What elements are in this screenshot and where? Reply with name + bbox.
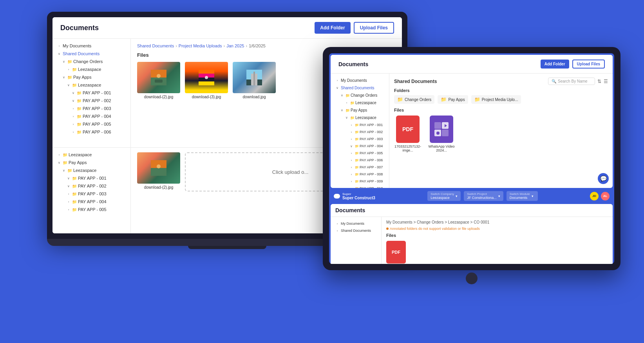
sidebar-item-pay-app-005[interactable]: › 📁 PAY APP - 005 — [52, 120, 130, 128]
tablet-home-button[interactable] — [466, 273, 478, 284]
tablet-search-bar[interactable]: 🔍 Search By Name — [548, 78, 595, 85]
user-avatar-1[interactable]: JD — [590, 192, 599, 200]
sidebar-label: PAY APP - 004 — [83, 114, 111, 119]
folder-icon: 📁 — [72, 200, 77, 204]
tablet-pay-001[interactable]: › 📁 PAY APP - 001 — [331, 121, 389, 128]
overlay-pay-002[interactable]: ∨ 📁 PAY APP - 002 — [52, 182, 130, 190]
file-thumb-3[interactable]: download.jpg — [233, 62, 276, 99]
tablet-pay-010[interactable]: › 📁 PAY APP - 010 — [331, 185, 389, 188]
tablet-panel-bottom: Documents › My Documents › Shared Docume… — [331, 204, 613, 264]
folder-card-pay-apps[interactable]: 📁 Pay Apps — [438, 95, 468, 104]
sidebar-item-pay-app-006[interactable]: › 📁 PAY APP - 006 — [52, 128, 130, 136]
file-name-3: download.jpg — [233, 95, 276, 99]
overlay-pay-001[interactable]: ∨ 📁 PAY APP - 001 — [52, 174, 130, 182]
tablet-sidebar-change-orders[interactable]: ∨ 📁 Change Orders — [331, 92, 389, 99]
tablet-file-video[interactable]: WhatsApp Video 2024... — [428, 116, 455, 152]
tablet-pay-006[interactable]: › 📁 PAY APP - 006 — [331, 157, 389, 164]
tablet-sidebar-my-docs[interactable]: › My Documents — [331, 77, 389, 84]
file-image-3 — [233, 62, 276, 93]
bottom-file-pdf[interactable]: PDF — [386, 241, 406, 264]
nav-switch-project[interactable]: Switch Project JF Constructiona... ▾ — [464, 191, 503, 201]
overlay-sidebar-leezaspace[interactable]: › 📁 Leezaspace — [52, 151, 130, 159]
sidebar-label: PAY APP - 005 — [83, 122, 111, 126]
file-name-1: download-(2).jpg — [137, 95, 180, 99]
sidebar-item-pay-app-002[interactable]: ∨ 📁 PAY APP - 002 — [52, 97, 130, 105]
bottom-sidebar-shared-docs[interactable]: › Shared Documents — [331, 227, 381, 234]
folder-icon: 📁 — [355, 137, 359, 141]
file-image-1 — [137, 62, 180, 93]
overlay-pay-004[interactable]: › 📁 PAY APP - 004 — [52, 198, 130, 206]
sidebar-label: Pay Apps — [73, 75, 91, 79]
svg-rect-4 — [199, 70, 214, 74]
laptop-upload-files-button[interactable]: Upload Files — [354, 22, 394, 34]
tablet-pay-009[interactable]: › 📁 PAY APP - 009 — [331, 178, 389, 185]
tablet-pay-002[interactable]: › 📁 PAY APP - 002 — [331, 128, 389, 135]
sidebar-item-pay-app-003[interactable]: › 📁 PAY APP - 003 — [52, 105, 130, 112]
tablet-screen: Documents Add Folder Upload Files › My D… — [329, 53, 614, 264]
tablet-upload-files-button[interactable]: Upload Files — [572, 60, 605, 69]
chevron-right-icon: › — [349, 123, 353, 127]
pdf-label: PDF — [392, 250, 400, 255]
tablet-pay-004[interactable]: ∨ 📁 PAY APP - 004 — [331, 143, 389, 150]
sidebar-label: PAY APP - 007 — [360, 165, 383, 169]
tablet-sidebar-shared-docs[interactable]: ∨ Shared Documents — [331, 84, 389, 92]
sidebar-item-leezaspace-1[interactable]: › 📁 Leezaspace — [52, 65, 130, 73]
overlay-sidebar-leezaspace-2[interactable]: ∨ 📁 Leezaspace — [52, 166, 130, 174]
tablet-search-area: 🔍 Search By Name ⇅ ☰ — [548, 78, 608, 85]
sidebar-label: Change Orders — [351, 93, 377, 97]
sidebar-item-leezaspace-2[interactable]: ∨ 📁 Leezaspace — [52, 81, 130, 89]
user-avatar-2[interactable]: AL — [601, 192, 610, 200]
tablet-sidebar-leezaspace-1[interactable]: › 📁 Leezaspace — [331, 99, 389, 107]
folder-icon: 📁 — [350, 116, 355, 120]
chevron-right-icon: › — [349, 130, 353, 134]
chevron-down-icon: ∨ — [62, 168, 66, 172]
overlay-pay-003[interactable]: › 📁 PAY APP - 003 — [52, 190, 130, 198]
sidebar-label: PAY APP - 001 — [78, 176, 107, 181]
laptop-header-buttons: Add Folder Upload Files — [315, 22, 394, 34]
laptop-add-folder-button[interactable]: Add Folder — [315, 22, 350, 34]
sidebar-item-shared-documents[interactable]: ∨ Shared Documents — [52, 50, 130, 58]
breadcrumb-project[interactable]: Project Media Uploads — [179, 43, 222, 48]
folder-card-change-orders[interactable]: 📁 Change Orders — [394, 95, 434, 104]
tablet-sidebar-pay-apps[interactable]: ∨ 📁 Pay Apps — [331, 107, 389, 114]
sidebar-label: Leezaspace — [73, 168, 96, 173]
sidebar-item-change-orders[interactable]: ∨ 📁 Change Orders — [52, 58, 130, 65]
overlay-sidebar-payapps[interactable]: ∨ 📁 Pay Apps — [52, 159, 130, 166]
svg-rect-3 — [155, 79, 163, 83]
switch-company-value: Leezaspace — [431, 196, 454, 200]
sidebar-item-pay-app-001[interactable]: ∨ 📁 PAY APP - 001 — [52, 89, 130, 97]
overlay-thumb[interactable]: download-(2).jpg — [137, 152, 180, 190]
file-thumb-1[interactable]: download-(2).jpg — [137, 62, 180, 99]
warning-text: Annotated folders do not support validat… — [390, 227, 480, 231]
breadcrumb-sep: › — [175, 43, 177, 48]
sort-icon[interactable]: ⇅ — [597, 79, 601, 84]
sidebar-label: PAY APP - 002 — [83, 98, 111, 103]
folder-card-project-media[interactable]: 📁 Project Media Uplo... — [471, 95, 521, 104]
tablet-pay-003[interactable]: › 📁 PAY APP - 003 — [331, 135, 389, 143]
nav-switch-company[interactable]: Switch Company Leezaspace ▾ — [427, 191, 461, 201]
file-image-2 — [185, 62, 228, 93]
tablet-add-folder-button[interactable]: Add Folder — [541, 60, 569, 69]
nav-switch-module[interactable]: Switch Module Documents ▾ — [507, 191, 538, 201]
breadcrumb-shared[interactable]: Shared Documents — [137, 43, 174, 48]
overlay-pay-005[interactable]: › 📁 PAY APP - 005 — [52, 206, 130, 213]
folder-icon: 📁 — [355, 123, 359, 127]
sidebar-item-pay-app-004[interactable]: › 📁 PAY APP - 004 — [52, 112, 130, 120]
tablet-pay-007[interactable]: › 📁 PAY APP - 007 — [331, 164, 389, 171]
bottom-sidebar-my-docs[interactable]: › My Documents — [331, 220, 381, 227]
nav-dropdowns: Switch Company Leezaspace ▾ Switch Proje… — [427, 191, 538, 201]
sidebar-label: PAY APP - 004 — [78, 199, 107, 204]
breadcrumb-jan[interactable]: Jan 2025 — [226, 43, 244, 48]
sidebar-item-pay-apps[interactable]: ∨ 📁 Pay Apps — [52, 73, 130, 81]
chevron-right-icon: › — [349, 172, 353, 176]
file-thumb-2[interactable]: download-(3).jpg — [185, 62, 228, 99]
tablet-pay-008[interactable]: › 📁 PAY APP - 008 — [331, 171, 389, 178]
list-view-icon[interactable]: ☰ — [604, 79, 608, 84]
chat-button[interactable]: 💬 — [598, 173, 609, 184]
tablet-file-pdf[interactable]: PDF 1703321257132-imge... — [394, 116, 421, 152]
tablet-sidebar-leezaspace-2[interactable]: ∨ 📁 Leezaspace — [331, 114, 389, 121]
search-icon: 🔍 — [552, 79, 556, 83]
tablet-pay-005[interactable]: › 📁 PAY APP - 005 — [331, 150, 389, 157]
sidebar-item-my-documents[interactable]: › My Documents — [52, 42, 130, 50]
sidebar-label: PAY APP - 003 — [360, 137, 383, 141]
